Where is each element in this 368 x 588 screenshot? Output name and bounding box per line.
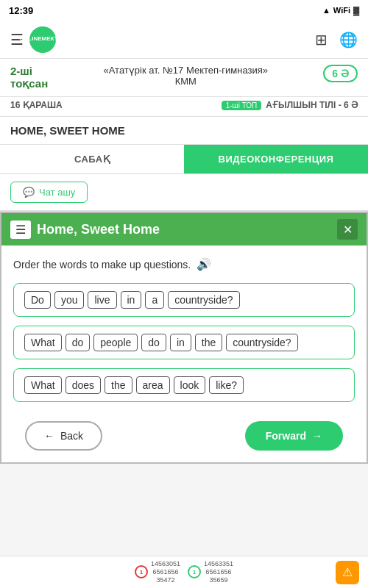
status-icons: ▲ WiFi ▓ bbox=[322, 6, 359, 15]
bottom-bar: 1 14563051 6561656 35472 1 14563351 6561… bbox=[0, 556, 368, 588]
word-box: look bbox=[174, 376, 206, 394]
stat-circle-red: 1 bbox=[135, 565, 148, 578]
stat-numbers-1: 14563051 6561656 35472 bbox=[151, 560, 180, 584]
card-header-left: ☰ Home, Sweet Home bbox=[10, 220, 160, 239]
instruction-row: Order the words to make up questions. 🔊 bbox=[13, 257, 355, 271]
signal-icon: ▲ bbox=[322, 6, 330, 15]
word-box: in bbox=[170, 334, 191, 351]
sound-icon[interactable]: 🔊 bbox=[197, 257, 211, 271]
back-button[interactable]: ← Back bbox=[25, 421, 102, 451]
app-logo: ONLINE МЕКТЕП bbox=[29, 26, 56, 53]
lesson-content: Order the words to make up questions. 🔊 … bbox=[1, 245, 367, 462]
subject-area: 1-ші ТОП АҒЫЛШЫН ТІЛІ - 6 Ə bbox=[222, 100, 358, 110]
card-title: Home, Sweet Home bbox=[37, 222, 160, 237]
bottom-stat-1: 1 14563051 6561656 35472 bbox=[135, 560, 180, 584]
info-row: 2-ші тоқсан «Ататүрік ат. №17 Мектеп-гим… bbox=[0, 59, 368, 97]
grid-icon[interactable]: ⊞ bbox=[315, 31, 328, 49]
sentence-row-3: What does the area look like? bbox=[13, 368, 355, 402]
card-close-button[interactable]: ✕ bbox=[337, 219, 358, 240]
word-box: does bbox=[66, 376, 101, 394]
school-info: «Ататүрік ат. №17 Мектеп-гимназия» КММ bbox=[55, 65, 316, 87]
subject-text: АҒЫЛШЫН ТІЛІ - 6 Ə bbox=[266, 100, 358, 110]
word-box: people bbox=[93, 334, 138, 351]
lesson-title-text: HOME, SWEET HOME bbox=[10, 124, 125, 137]
card-header: ☰ Home, Sweet Home ✕ bbox=[1, 213, 367, 245]
stat-circle-green: 1 bbox=[188, 565, 201, 578]
word-box: like? bbox=[209, 376, 244, 394]
nav-logo: ☰ ONLINE МЕКТЕП bbox=[10, 26, 56, 53]
word-box: live bbox=[88, 291, 116, 309]
word-box: a bbox=[145, 291, 164, 309]
score-badge: 6 Ə bbox=[323, 65, 358, 82]
word-box: countryside? bbox=[226, 334, 297, 351]
warning-button[interactable]: ⚠ bbox=[336, 561, 359, 584]
word-box: What bbox=[24, 334, 62, 351]
card-menu-button[interactable]: ☰ bbox=[10, 220, 31, 239]
tab-sabak[interactable]: САБАҚ bbox=[0, 145, 184, 173]
date-text: 16 ҚАРАША bbox=[10, 100, 63, 110]
word-box: do bbox=[66, 334, 91, 351]
word-box: area bbox=[136, 376, 170, 394]
status-time: 12:39 bbox=[9, 5, 33, 16]
sentence-row-1: Do you live in a countryside? bbox=[13, 283, 355, 317]
forward-arrow-icon: → bbox=[312, 430, 322, 442]
bottom-stat-2: 1 14563351 6561656 35659 bbox=[188, 560, 233, 584]
back-arrow-icon: ← bbox=[44, 430, 54, 442]
forward-button[interactable]: Forward → bbox=[245, 421, 343, 451]
chat-icon: 💬 bbox=[23, 187, 35, 198]
top-badge: 1-ші ТОП bbox=[222, 101, 262, 110]
quarter-info: 2-ші тоқсан bbox=[10, 65, 48, 90]
nav-right: ⊞ 🌐 bbox=[315, 31, 358, 49]
word-box: you bbox=[54, 291, 85, 309]
word-box: What bbox=[24, 376, 62, 394]
globe-icon[interactable]: 🌐 bbox=[339, 31, 358, 49]
lesson-title-bar: HOME, SWEET HOME bbox=[0, 117, 368, 145]
tab-videoconference[interactable]: ВИДЕОКОНФЕРЕНЦИЯ bbox=[184, 145, 368, 173]
nav-buttons: ← Back Forward → bbox=[13, 411, 355, 462]
instruction-text: Order the words to make up questions. bbox=[13, 259, 191, 270]
chat-section: 💬 Чат ашу bbox=[0, 174, 368, 212]
word-box: in bbox=[121, 291, 142, 309]
warning-icon: ⚠ bbox=[342, 565, 353, 579]
date-row: 16 ҚАРАША 1-ші ТОП АҒЫЛШЫН ТІЛІ - 6 Ə bbox=[0, 97, 368, 117]
sentence-row-2: What do people do in the countryside? bbox=[13, 326, 355, 359]
tabs: САБАҚ ВИДЕОКОНФЕРЕНЦИЯ bbox=[0, 145, 368, 174]
word-box: the bbox=[105, 376, 132, 394]
stat-numbers-2: 14563351 6561656 35659 bbox=[204, 560, 233, 584]
word-box: do bbox=[141, 334, 166, 351]
wifi-icon: WiFi bbox=[333, 6, 350, 15]
content-card: ☰ Home, Sweet Home ✕ Order the words to … bbox=[0, 212, 368, 464]
word-box: the bbox=[195, 334, 222, 351]
status-bar: 12:39 ▲ WiFi ▓ bbox=[0, 0, 368, 21]
top-nav: ☰ ONLINE МЕКТЕП ⊞ 🌐 bbox=[0, 21, 368, 59]
battery-icon: ▓ bbox=[353, 6, 359, 15]
chat-open-button[interactable]: 💬 Чат ашу bbox=[10, 182, 88, 203]
word-box: Do bbox=[24, 291, 51, 309]
word-box: countryside? bbox=[168, 291, 239, 309]
